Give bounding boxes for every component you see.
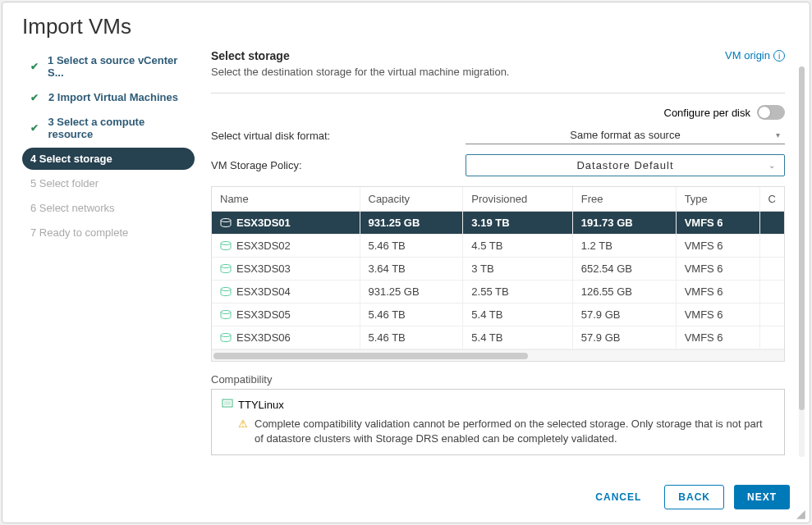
chevron-down-icon: ⌄ xyxy=(768,161,776,170)
compat-vm-name: TTYLinux xyxy=(238,399,284,411)
svg-rect-7 xyxy=(224,401,231,405)
compatibility-label: Compatibility xyxy=(211,373,785,386)
storage-policy-value: Datastore Default xyxy=(576,159,673,171)
wizard-step-5: 5 Select folder xyxy=(22,172,195,194)
dialog-content: ✔1 Select a source vCenter S...✔2 Import… xyxy=(2,49,810,472)
back-button[interactable]: BACK xyxy=(664,485,724,509)
vertical-scrollbar[interactable] xyxy=(799,66,805,457)
datastore-row[interactable]: ESX3DS055.46 TB5.4 TB57.9 GBVMFS 6 xyxy=(212,304,784,326)
info-icon: i xyxy=(773,50,785,62)
col-capacity[interactable]: Capacity xyxy=(360,187,463,212)
check-icon: ✔ xyxy=(30,122,41,134)
datastore-icon xyxy=(220,286,232,295)
datastore-row[interactable]: ESX3DS04931.25 GB2.55 TB126.55 GBVMFS 6 xyxy=(212,281,784,304)
datastore-row[interactable]: ESX3DS065.46 TB5.4 TB57.9 GBVMFS 6 xyxy=(212,326,784,349)
svg-point-4 xyxy=(221,311,231,314)
divider xyxy=(211,93,785,94)
svg-point-5 xyxy=(221,334,231,337)
wizard-step-1[interactable]: ✔1 Select a source vCenter S... xyxy=(22,49,195,84)
vm-origin-link[interactable]: VM origin i xyxy=(725,49,785,62)
col-name[interactable]: Name xyxy=(212,187,360,212)
wizard-step-2[interactable]: ✔2 Import Virtual Machines xyxy=(22,86,195,108)
col-type[interactable]: Type xyxy=(676,187,759,212)
datastore-table: NameCapacityProvisionedFreeTypeC ESX3DS0… xyxy=(211,186,785,362)
datastore-row[interactable]: ESX3DS025.46 TB4.5 TB1.2 TBVMFS 6 xyxy=(212,235,784,258)
wizard-step-6: 6 Select networks xyxy=(22,197,195,219)
storage-policy-select[interactable]: Datastore Default ⌄ xyxy=(466,154,785,176)
compat-message: Complete compatibility validation cannot… xyxy=(255,417,774,446)
cancel-button[interactable]: CANCEL xyxy=(582,485,654,509)
check-icon: ✔ xyxy=(30,92,42,103)
dialog-title: Import VMs xyxy=(2,2,810,49)
svg-point-2 xyxy=(221,265,231,268)
col-free[interactable]: Free xyxy=(572,187,676,212)
wizard-step-4[interactable]: 4 Select storage xyxy=(22,148,195,170)
svg-point-1 xyxy=(221,242,231,245)
section-subtitle: Select the destination storage for the v… xyxy=(211,66,509,78)
horizontal-scrollbar[interactable] xyxy=(212,349,784,361)
configure-per-disk-toggle[interactable] xyxy=(757,105,785,120)
disk-format-value: Same format as source xyxy=(570,129,680,141)
configure-per-disk-row: Configure per disk xyxy=(211,105,785,120)
svg-point-0 xyxy=(221,219,231,222)
datastore-icon xyxy=(220,263,232,272)
datastore-icon xyxy=(220,309,232,318)
datastore-row[interactable]: ESX3DS01931.25 GB3.19 TB191.73 GBVMFS 6 xyxy=(212,212,784,235)
check-icon: ✔ xyxy=(30,61,41,72)
configure-per-disk-label: Configure per disk xyxy=(664,107,751,119)
datastore-icon xyxy=(220,332,232,341)
datastore-icon xyxy=(220,240,232,249)
vm-origin-label: VM origin xyxy=(725,49,770,62)
col-c[interactable]: C xyxy=(759,187,784,212)
vm-icon xyxy=(222,398,233,412)
wizard-steps: ✔1 Select a source vCenter S...✔2 Import… xyxy=(22,49,203,472)
storage-policy-label: VM Storage Policy: xyxy=(211,159,466,171)
dialog-footer: CANCEL BACK NEXT xyxy=(2,472,810,523)
main-panel: Select storage Select the destination st… xyxy=(203,49,801,472)
compatibility-box: TTYLinux ⚠ Complete compatibility valida… xyxy=(211,389,785,455)
wizard-step-7: 7 Ready to complete xyxy=(22,221,195,244)
section-title: Select storage xyxy=(211,49,509,62)
resize-handle[interactable]: ◢ xyxy=(796,509,806,519)
datastore-icon xyxy=(220,217,232,226)
col-provisioned[interactable]: Provisioned xyxy=(463,187,572,212)
wizard-step-3[interactable]: ✔3 Select a compute resource xyxy=(22,111,195,145)
chevron-down-icon: ▾ xyxy=(776,130,780,139)
disk-format-label: Select virtual disk format: xyxy=(211,130,466,142)
disk-format-select[interactable]: Same format as source ▾ xyxy=(466,126,785,144)
next-button[interactable]: NEXT xyxy=(734,485,790,509)
datastore-row[interactable]: ESX3DS033.64 TB3 TB652.54 GBVMFS 6 xyxy=(212,258,784,281)
svg-point-3 xyxy=(221,288,231,291)
warning-icon: ⚠ xyxy=(238,417,248,446)
import-vms-dialog: Import VMs ✔1 Select a source vCenter S.… xyxy=(2,2,810,523)
